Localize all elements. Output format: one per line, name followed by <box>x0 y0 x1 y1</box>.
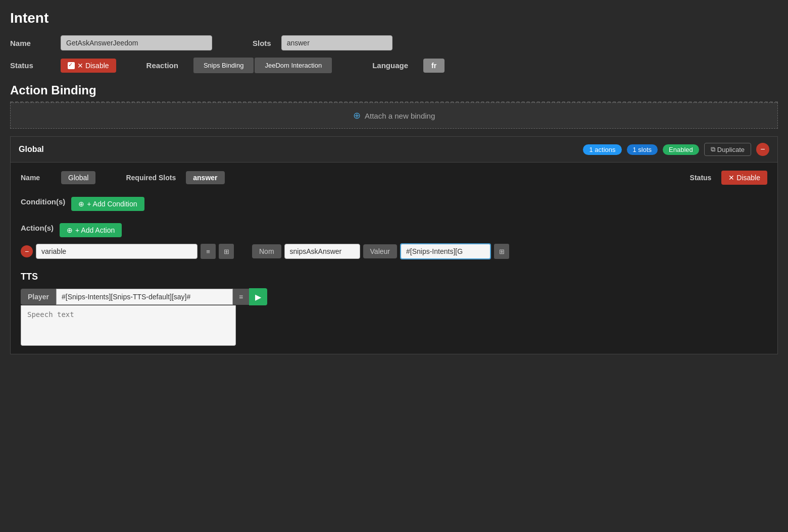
tts-section: TTS Player ≡ ▶ <box>21 272 767 346</box>
binding-disable-label: ✕ Disable <box>728 174 760 182</box>
duplicate-icon: ⧉ <box>711 145 715 153</box>
action-icon-btn1[interactable]: ≡ <box>201 244 216 259</box>
answer-badge: answer <box>186 171 224 184</box>
action-binding-title: Action Binding <box>10 83 778 102</box>
slots-input[interactable] <box>281 35 392 50</box>
actions-row: Action(s) ⊕ + Add Action <box>21 223 767 237</box>
play-icon: ▶ <box>255 292 261 302</box>
conditions-row: Condition(s) ⊕ + Add Condition <box>21 197 767 211</box>
add-action-button[interactable]: ⊕ + Add Action <box>60 223 122 237</box>
binding-name-label: Name <box>21 174 51 182</box>
action-type-input[interactable] <box>36 244 198 259</box>
action-extra: Nom Valeur ⊞ <box>252 243 509 259</box>
speech-text-area[interactable] <box>21 305 236 346</box>
player-label: Player <box>21 289 56 305</box>
tts-row: Player ≡ ▶ <box>21 288 767 305</box>
slots-label: Slots <box>253 39 271 47</box>
tab-jeedom-interaction[interactable]: JeeDom Interaction <box>255 58 332 73</box>
player-play-button[interactable]: ▶ <box>249 288 267 305</box>
disable-label: ✕ Disable <box>77 62 109 70</box>
language-button[interactable]: fr <box>423 59 445 73</box>
list-icon: ≡ <box>206 248 210 255</box>
binding-info-row: Name Global Required Slots answer Status… <box>21 171 767 185</box>
required-slots-label: Required Slots <box>126 174 176 182</box>
add-condition-icon: ⊕ <box>78 200 84 208</box>
binding-disable-button[interactable]: ✕ Disable <box>721 171 767 185</box>
add-action-icon: ⊕ <box>67 226 73 234</box>
attach-binding-bar[interactable]: ⊕ Attach a new binding <box>10 102 778 129</box>
reaction-label: Reaction <box>146 61 178 70</box>
badge-enabled: Enabled <box>663 144 699 155</box>
plus-icon: ⊕ <box>353 111 361 121</box>
add-condition-button[interactable]: ⊕ + Add Condition <box>71 197 144 211</box>
global-panel: Global 1 actions 1 slots Enabled ⧉ Dupli… <box>10 136 778 354</box>
valeur-grid-icon: ⊞ <box>499 248 505 255</box>
badge-slots: 1 slots <box>627 144 658 155</box>
actions-section: Action(s) ⊕ + Add Action − ≡ <box>21 223 767 259</box>
nom-label: Nom <box>252 244 281 258</box>
valeur-input[interactable] <box>400 243 491 259</box>
grid-icon: ⊞ <box>224 248 229 255</box>
conditions-label: Condition(s) <box>21 197 65 206</box>
global-header: Global 1 actions 1 slots Enabled ⧉ Dupli… <box>11 137 777 163</box>
status-label: Status <box>10 61 51 70</box>
name-label: Name <box>10 39 51 47</box>
binding-status-label: Status <box>690 174 712 182</box>
disable-button[interactable]: ✕ Disable <box>61 59 116 73</box>
add-condition-label: + Add Condition <box>87 200 137 208</box>
binding-name-badge: Global <box>61 171 95 184</box>
action-remove-button[interactable]: − <box>21 245 33 257</box>
remove-button[interactable]: − <box>756 143 769 156</box>
player-list-button[interactable]: ≡ <box>233 289 249 305</box>
action-remove-icon: − <box>25 247 29 255</box>
reaction-tabs: Snips Binding JeeDom Interaction <box>193 58 332 73</box>
checkbox-icon <box>68 62 75 69</box>
language-label: Language <box>372 61 408 70</box>
list-icon2: ≡ <box>239 293 243 301</box>
add-action-label: + Add Action <box>75 226 115 234</box>
valeur-label: Valeur <box>363 244 397 258</box>
duplicate-button[interactable]: ⧉ Duplicate <box>704 143 751 156</box>
tab-snips-binding[interactable]: Snips Binding <box>193 58 254 73</box>
global-body: Name Global Required Slots answer Status… <box>11 163 777 354</box>
tts-title: TTS <box>21 272 767 282</box>
duplicate-label: Duplicate <box>717 146 745 153</box>
badge-actions: 1 actions <box>583 144 621 155</box>
player-input[interactable] <box>56 289 233 305</box>
actions-label: Action(s) <box>21 224 54 232</box>
global-header-title: Global <box>19 145 578 154</box>
name-input[interactable] <box>61 35 212 50</box>
valeur-icon-btn[interactable]: ⊞ <box>494 244 509 259</box>
conditions-section: Condition(s) ⊕ + Add Condition <box>21 197 767 211</box>
remove-icon: − <box>760 145 765 154</box>
attach-binding-label: Attach a new binding <box>365 112 435 120</box>
action-item-row: − ≡ ⊞ Nom Valeur ⊞ <box>21 243 767 259</box>
nom-input[interactable] <box>284 244 360 259</box>
intent-title: Intent <box>10 10 778 26</box>
action-icon-btn2[interactable]: ⊞ <box>219 244 234 259</box>
